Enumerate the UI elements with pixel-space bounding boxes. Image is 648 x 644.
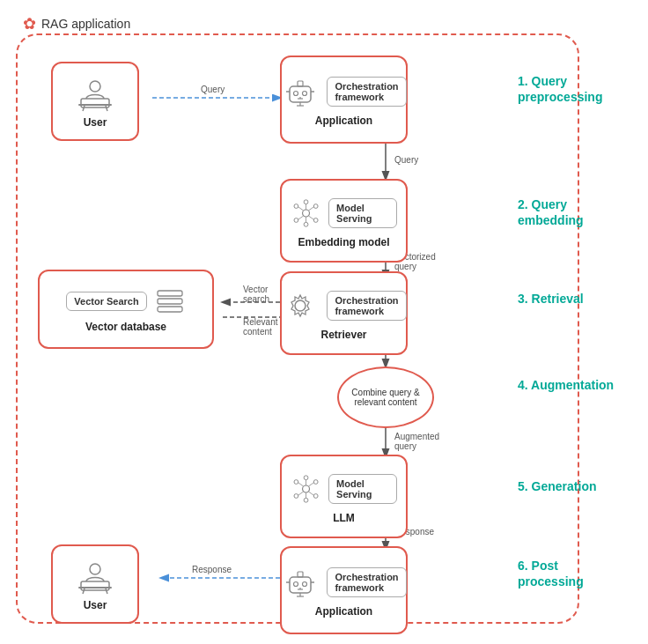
- svg-line-34: [298, 216, 304, 219]
- app-bottom-node: Orchestrationframework Application: [280, 546, 408, 634]
- combine-label: Combine query & relevant content: [339, 388, 432, 407]
- step-6-label: 6. Postprocessing: [518, 558, 632, 589]
- retriever-node: Orchestrationframework Retriever: [280, 271, 408, 355]
- svg-rect-38: [158, 291, 182, 296]
- svg-rect-55: [81, 581, 109, 590]
- svg-line-59: [106, 588, 107, 594]
- svg-line-33: [309, 206, 314, 210]
- svg-line-13: [106, 106, 107, 111]
- svg-rect-65: [298, 572, 303, 577]
- rag-label: ✿ RAG application: [23, 14, 130, 33]
- svg-point-41: [295, 300, 306, 311]
- step-2-label: 2. Queryembedding: [518, 196, 632, 228]
- svg-rect-19: [298, 81, 303, 86]
- app-bottom-inner: Orchestrationframework: [327, 567, 406, 597]
- combine-node: Combine query & relevant content: [337, 366, 434, 428]
- embedding-node: Model Serving Embedding model: [280, 179, 408, 263]
- svg-point-31: [304, 222, 308, 226]
- vector-db-node: Vector Search Vector database: [38, 270, 214, 349]
- step-5-label: 5. Generation: [518, 478, 632, 494]
- diagram-container: ✿ RAG application Q: [7, 7, 641, 637]
- svg-rect-60: [290, 577, 311, 593]
- svg-point-48: [304, 498, 308, 502]
- rag-icon: ✿: [23, 14, 36, 33]
- svg-rect-39: [158, 299, 182, 304]
- svg-point-27: [313, 204, 318, 208]
- svg-point-30: [304, 199, 308, 204]
- embedding-label: Embedding model: [298, 236, 389, 248]
- svg-point-61: [294, 582, 298, 587]
- svg-point-29: [313, 218, 318, 222]
- step-1-label: 1. Querypreprocessing: [518, 73, 632, 105]
- svg-point-45: [294, 493, 298, 498]
- svg-line-32: [298, 206, 304, 210]
- svg-point-16: [303, 92, 307, 96]
- vector-db-label: Vector database: [85, 321, 166, 333]
- rag-title: RAG application: [41, 17, 130, 31]
- label-query-2: Query: [394, 155, 418, 165]
- svg-line-52: [309, 492, 314, 495]
- svg-point-47: [304, 475, 308, 479]
- vector-db-icon: [154, 285, 186, 317]
- step-3-label: 3. Retrieval: [518, 291, 632, 307]
- svg-point-10: [90, 81, 100, 92]
- label-vector-search: Vectorsearch: [243, 285, 269, 304]
- app-top-inner: Orchestrationframework: [327, 77, 406, 107]
- user-bottom-node: User: [51, 544, 139, 624]
- svg-rect-9: [81, 99, 109, 107]
- svg-point-28: [294, 218, 298, 222]
- app-top-node: Orchestrationframework Application: [280, 56, 408, 144]
- svg-point-46: [313, 493, 318, 498]
- app-top-label: Application: [315, 115, 372, 127]
- label-response-2: Response: [192, 565, 232, 574]
- svg-rect-40: [158, 307, 182, 312]
- app-bottom-icon: [281, 563, 320, 602]
- svg-rect-57: [78, 587, 112, 588]
- user-top-label: User: [84, 116, 107, 129]
- label-augmented: Augmentedquery: [394, 432, 439, 451]
- svg-point-56: [90, 564, 100, 574]
- svg-point-15: [294, 92, 298, 96]
- llm-inner: Model Serving: [328, 474, 397, 504]
- llm-node: Model Serving LLM: [280, 455, 408, 538]
- svg-point-42: [303, 485, 310, 492]
- user-top-node: User: [51, 62, 139, 141]
- user-bottom-label: User: [84, 599, 107, 611]
- llm-label: LLM: [333, 512, 355, 524]
- embedding-inner: Model Serving: [328, 198, 397, 228]
- svg-point-44: [313, 479, 318, 484]
- retriever-label: Retriever: [320, 329, 366, 341]
- step-4-label: 4. Augmentation: [518, 377, 632, 393]
- svg-line-51: [298, 492, 304, 495]
- app-top-icon: [281, 72, 320, 111]
- embedding-icon: [291, 194, 321, 233]
- svg-point-25: [303, 210, 310, 217]
- llm-icon: [291, 470, 321, 508]
- retriever-inner: Orchestrationframework: [327, 291, 406, 321]
- label-query-1: Query: [201, 85, 225, 94]
- app-bottom-label: Application: [315, 605, 372, 618]
- vector-search-inner: Vector Search: [66, 292, 146, 311]
- retriever-icon: [281, 286, 320, 325]
- user-bottom-icon: [76, 557, 114, 596]
- svg-rect-14: [290, 86, 311, 102]
- svg-line-35: [309, 216, 314, 219]
- svg-line-49: [298, 482, 304, 485]
- user-top-icon: [76, 74, 114, 113]
- svg-point-62: [303, 582, 307, 587]
- svg-rect-11: [78, 104, 112, 106]
- label-relevant: Relevantcontent: [243, 317, 277, 337]
- svg-point-26: [294, 204, 298, 208]
- svg-line-12: [83, 106, 85, 111]
- svg-line-58: [83, 588, 85, 594]
- svg-point-43: [294, 479, 298, 484]
- svg-line-50: [309, 482, 314, 485]
